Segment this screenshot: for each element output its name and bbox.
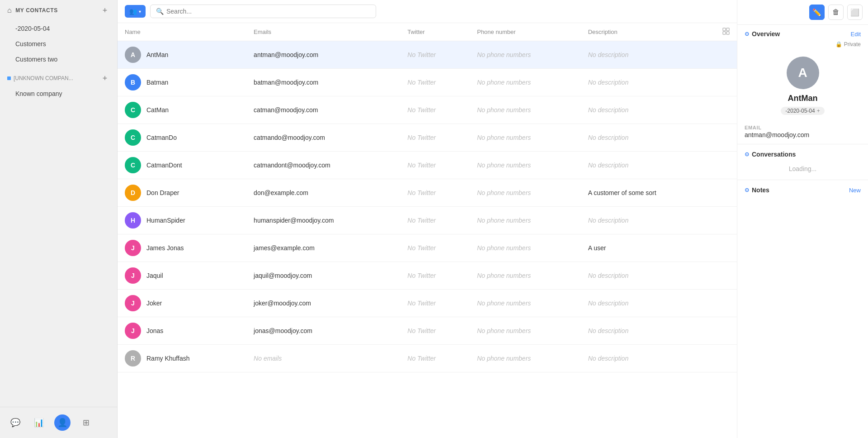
svg-rect-3 <box>726 32 729 34</box>
contact-name-cell: AntMan <box>146 51 168 58</box>
contact-name-cell: Don Draper <box>146 189 179 196</box>
td-icon <box>715 262 737 290</box>
col-layout-icon[interactable] <box>715 23 737 41</box>
td-icon <box>715 234 737 262</box>
contact-name-cell: Jaquil <box>146 272 163 279</box>
conversations-title: ⊙ Conversations <box>745 151 796 158</box>
td-description: No description <box>581 262 715 290</box>
td-phone: No phone numbers <box>470 152 580 179</box>
layers-icon[interactable]: ⊞ <box>78 414 94 431</box>
td-email: catman@moodjoy.com <box>246 96 400 124</box>
sidebar-item-known-company[interactable]: Known company <box>3 86 114 101</box>
conversations-section: ⊙ Conversations <box>737 144 868 162</box>
td-phone: No phone numbers <box>470 41 580 69</box>
contact-name-cell: CatMan <box>146 106 169 114</box>
contact-name-cell: Ramy Khuffash <box>146 355 189 362</box>
td-icon <box>715 124 737 152</box>
search-icon: 🔍 <box>156 8 164 15</box>
table-row[interactable]: J Jonas jonas@moodjoy.com No Twitter No … <box>118 317 737 345</box>
td-description: No description <box>581 96 715 124</box>
tag-label: -2020-05-04 <box>785 108 815 114</box>
table-row[interactable]: C CatmanDo catmando@moodjoy.com No Twitt… <box>118 124 737 152</box>
td-description: No description <box>581 345 715 372</box>
contact-name-cell: James Jonas <box>146 244 184 252</box>
td-phone: No phone numbers <box>470 262 580 290</box>
home-icon: ⌂ <box>7 6 12 14</box>
avatar: J <box>125 267 141 284</box>
sidebar-header: ⌂ MY CONTACTS + <box>0 0 117 21</box>
email-value: antman@moodjoy.com <box>745 131 861 138</box>
td-description: No description <box>581 152 715 179</box>
sidebar-header-title: MY CONTACTS <box>15 7 58 14</box>
td-phone: No phone numbers <box>470 290 580 317</box>
td-email: antman@moodjoy.com <box>246 41 400 69</box>
right-panel: ✏️ 🗑 ⬜ ⊙ Overview Edit 🔒 Private A AntMa… <box>737 0 868 438</box>
table-row[interactable]: R Ramy Khuffash No emails No Twitter No … <box>118 345 737 372</box>
contact-tag[interactable]: -2020-05-04 + <box>781 107 824 115</box>
tag-plus: + <box>817 108 820 114</box>
td-name: C CatmanDo <box>118 124 246 152</box>
avatar: H <box>125 212 141 229</box>
contact-avatar-initial: A <box>798 66 807 80</box>
col-emails: Emails <box>246 23 400 41</box>
td-email: james@example.com <box>246 234 400 262</box>
td-email: don@example.com <box>246 179 400 207</box>
sidebar-item-customers-two[interactable]: Customers two <box>3 52 114 67</box>
td-twitter: No Twitter <box>400 124 470 152</box>
conversations-loading: Loading... <box>737 162 868 180</box>
search-bar: 🔍 <box>150 5 376 18</box>
table-row[interactable]: J Jaquil jaquil@moodjoy.com No Twitter N… <box>118 262 737 290</box>
table-row[interactable]: C CatMan catman@moodjoy.com No Twitter N… <box>118 96 737 124</box>
rp-toolbar: ✏️ 🗑 ⬜ <box>737 0 868 25</box>
delete-button[interactable]: 🗑 <box>828 5 844 20</box>
svg-rect-0 <box>723 28 726 31</box>
td-email: humanspider@moodjoy.com <box>246 207 400 234</box>
table-row[interactable]: C CatmanDont catmandont@moodjoy.com No T… <box>118 152 737 179</box>
col-name: Name <box>118 23 246 41</box>
edit-pencil-button[interactable]: ✏️ <box>809 5 825 20</box>
avatar: D <box>125 185 141 201</box>
overview-section: ⊙ Overview Edit 🔒 Private A AntMan -2020… <box>737 25 868 144</box>
search-input[interactable] <box>166 8 370 15</box>
table-row[interactable]: J Joker joker@moodjoy.com No Twitter No … <box>118 290 737 317</box>
sidebar-item-customers[interactable]: Customers <box>3 37 114 51</box>
td-email: catmandont@moodjoy.com <box>246 152 400 179</box>
filter-caret: ▾ <box>139 9 141 14</box>
avatar: R <box>125 350 141 367</box>
td-description: No description <box>581 41 715 69</box>
td-name: J James Jonas <box>118 234 246 262</box>
td-twitter: No Twitter <box>400 234 470 262</box>
table-row[interactable]: J James Jonas james@example.com No Twitt… <box>118 234 737 262</box>
analytics-icon[interactable]: 📊 <box>31 414 47 431</box>
overview-edit-button[interactable]: Edit <box>851 31 861 38</box>
td-email: batman@moodjoy.com <box>246 69 400 96</box>
td-twitter: No Twitter <box>400 345 470 372</box>
table-row[interactable]: B Batman batman@moodjoy.com No Twitter N… <box>118 69 737 96</box>
td-phone: No phone numbers <box>470 207 580 234</box>
filter-button[interactable]: 👥 ▾ <box>125 5 146 18</box>
table-row[interactable]: A AntMan antman@moodjoy.com No Twitter N… <box>118 41 737 69</box>
td-description: No description <box>581 207 715 234</box>
notes-title: ⊙ Notes <box>745 186 769 194</box>
table-row[interactable]: D Don Draper don@example.com No Twitter … <box>118 179 737 207</box>
td-name: R Ramy Khuffash <box>118 345 246 372</box>
new-note-button[interactable]: New <box>849 187 861 194</box>
td-icon <box>715 207 737 234</box>
add-list-button[interactable]: + <box>100 5 110 15</box>
avatar: C <box>125 129 141 146</box>
td-icon <box>715 179 737 207</box>
td-twitter: No Twitter <box>400 179 470 207</box>
expand-button[interactable]: ⬜ <box>847 5 863 20</box>
contacts-icon[interactable]: 👤 <box>54 414 71 431</box>
sidebar-item-2020-05-04[interactable]: -2020-05-04 <box>3 21 114 36</box>
messages-icon[interactable]: 💬 <box>7 414 24 431</box>
add-company-button[interactable]: + <box>100 73 110 83</box>
table-row[interactable]: H HumanSpider humanspider@moodjoy.com No… <box>118 207 737 234</box>
notes-label: Notes <box>752 186 769 194</box>
conversations-chevron: ⊙ <box>745 151 749 157</box>
td-phone: No phone numbers <box>470 69 580 96</box>
avatar: C <box>125 102 141 118</box>
td-description: No description <box>581 69 715 96</box>
td-twitter: No Twitter <box>400 207 470 234</box>
lock-icon: 🔒 <box>835 41 842 48</box>
